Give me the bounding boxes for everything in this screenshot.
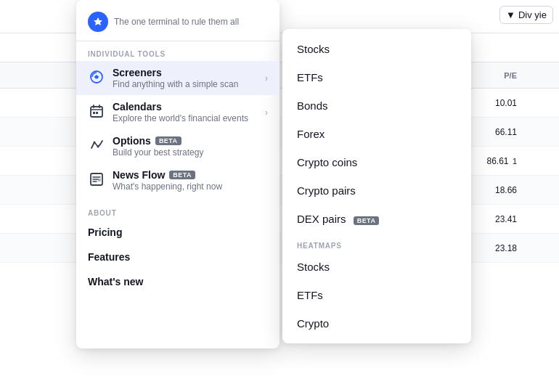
screeners-icon <box>88 68 105 86</box>
svg-rect-3 <box>93 112 95 114</box>
newsflow-beta-badge: BETA <box>169 171 195 179</box>
newsflow-content: News Flow BETA What's happening, right n… <box>113 169 268 192</box>
about-whats-new[interactable]: What's new <box>76 269 280 294</box>
options-subtitle: Build your best strategy <box>113 147 268 158</box>
submenu-item-heatmap-crypto[interactable]: Crypto <box>282 309 471 338</box>
options-beta-badge: BETA <box>155 136 181 145</box>
arrow-icon: › <box>265 107 268 118</box>
pe-cell: 10.01 <box>489 98 523 108</box>
about-pricing[interactable]: Pricing <box>76 220 280 245</box>
screeners-title: Screeners <box>113 67 258 78</box>
svg-point-5 <box>94 142 96 144</box>
heatmaps-section-label: HEATMAPS <box>282 233 471 253</box>
chevron-icon: ▼ <box>506 9 515 20</box>
submenu-item-crypto-pairs[interactable]: Crypto pairs <box>282 176 471 205</box>
submenu-item-dex-pairs[interactable]: DEX pairs BETA <box>282 205 471 233</box>
svg-point-6 <box>97 146 99 148</box>
menu-item-options[interactable]: Options BETA Build your best strategy <box>76 129 280 163</box>
menu-top-section: The one terminal to rule them all <box>76 6 280 41</box>
menu-item-calendars[interactable]: Calendars Explore the world's financial … <box>76 95 280 129</box>
svg-point-1 <box>95 75 99 79</box>
submenu-item-heatmap-stocks[interactable]: Stocks <box>282 253 471 281</box>
menu-item-screeners[interactable]: Screeners Find anything with a simple sc… <box>76 61 280 95</box>
options-title: Options BETA <box>113 135 268 147</box>
submenu-item-etfs[interactable]: ETFs <box>282 63 471 91</box>
div-yield-select[interactable]: ▼ Div yie <box>499 6 553 24</box>
pe-cell: 23.41 <box>489 214 523 224</box>
dropdown-overlay: The one terminal to rule them all INDIVI… <box>76 0 471 348</box>
options-content: Options BETA Build your best strategy <box>113 135 268 158</box>
pe-cell: 18.66 <box>489 185 523 195</box>
pe-cell: 23.18 <box>489 243 523 253</box>
svg-rect-4 <box>96 112 98 114</box>
calendars-title: Calendars <box>113 101 258 113</box>
submenu-item-forex[interactable]: Forex <box>282 120 471 148</box>
calendars-content: Calendars Explore the world's financial … <box>113 101 258 123</box>
right-submenu: Stocks ETFs Bonds Forex Crypto coins Cry… <box>282 29 471 343</box>
calendars-subtitle: Explore the world's financial events <box>113 113 258 123</box>
newsflow-title: News Flow BETA <box>113 169 268 181</box>
screeners-subtitle: Find anything with a simple scan <box>113 79 258 89</box>
arrow-icon: › <box>265 73 268 83</box>
dex-beta-badge: BETA <box>354 216 380 225</box>
logo-icon <box>88 12 108 32</box>
svg-rect-8 <box>98 179 101 181</box>
options-icon <box>88 136 105 154</box>
pe-cell: 86.61 1 <box>481 156 523 166</box>
individual-tools-section-label: INDIVIDUAL TOOLS <box>76 44 280 61</box>
submenu-item-crypto-coins[interactable]: Crypto coins <box>282 148 471 176</box>
menu-item-newsflow[interactable]: News Flow BETA What's happening, right n… <box>76 163 280 197</box>
screeners-content: Screeners Find anything with a simple sc… <box>113 67 258 89</box>
submenu-item-bonds[interactable]: Bonds <box>282 91 471 120</box>
pe-cell: 66.11 <box>489 127 523 137</box>
left-menu: The one terminal to rule them all INDIVI… <box>76 0 280 348</box>
newsflow-subtitle: What's happening, right now <box>113 181 268 192</box>
submenu-item-heatmap-etfs[interactable]: ETFs <box>282 281 471 309</box>
pe-column-header: P/E <box>498 71 523 80</box>
about-section-label: ABOUT <box>76 203 280 220</box>
about-features[interactable]: Features <box>76 245 280 269</box>
submenu-item-stocks[interactable]: Stocks <box>282 35 471 63</box>
newsflow-icon <box>88 171 105 188</box>
tagline-text: The one terminal to rule them all <box>114 17 239 27</box>
calendars-icon <box>88 102 105 120</box>
